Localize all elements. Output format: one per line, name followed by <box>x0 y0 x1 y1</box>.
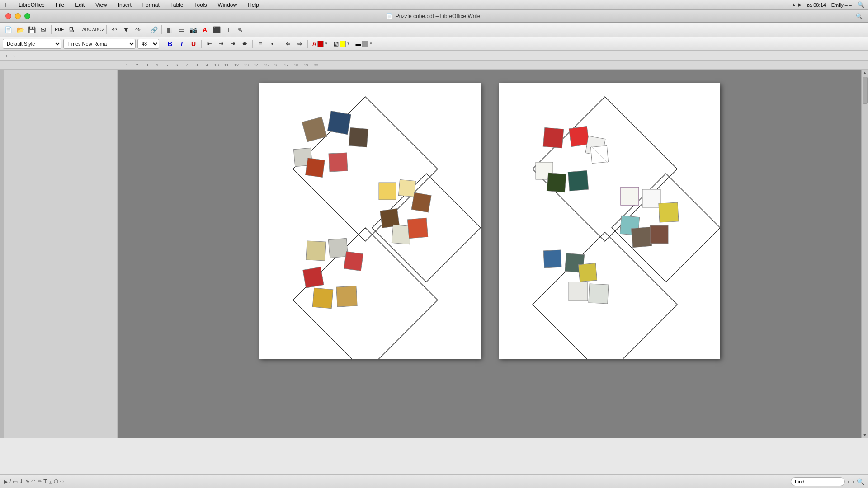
font-color-button[interactable]: A ▼ <box>311 39 330 49</box>
menu-file[interactable]: File <box>54 2 66 8</box>
status-bar: ▶ / ▭ ⇃ ∿ ◠ ✏ T ⍗ ⬡ ⇨ ‹ › 🔍 <box>0 474 868 488</box>
show-draw-button[interactable]: ✎ <box>235 24 245 35</box>
hyperlink-button[interactable]: 🔗 <box>148 24 159 35</box>
paragraph-style-select[interactable]: Default Style <box>3 39 61 49</box>
apple-menu[interactable]:  <box>4 1 9 9</box>
redo-button[interactable]: ↷ <box>132 24 143 35</box>
basic-shapes-tool[interactable]: ⬡ <box>54 479 58 484</box>
line-tool[interactable]: / <box>9 479 11 485</box>
ruler-mark: 9 <box>202 63 212 67</box>
highlight-color-button[interactable]: ▧ ▼ <box>332 39 352 49</box>
svg-rect-37 <box>650 225 668 244</box>
email-button[interactable]: ✉ <box>38 24 49 35</box>
indent-increase-button[interactable]: ⇨ <box>295 39 305 49</box>
window-title: Puzzle cube.odt – LibreOffice Writer <box>396 13 482 19</box>
table-button[interactable]: ▦ <box>164 24 175 35</box>
svg-rect-30 <box>547 173 566 192</box>
align-left-button[interactable]: ⇤ <box>204 39 214 49</box>
undo-button[interactable]: ↶ <box>109 24 120 35</box>
menu-table[interactable]: Table <box>169 2 185 8</box>
nav-forward-button[interactable]: › <box>11 52 17 59</box>
print-preview-button[interactable]: 🖶 <box>66 24 76 35</box>
undo-arrow-button[interactable]: ▼ <box>121 24 132 35</box>
insert-frame-button[interactable]: ▭ <box>176 24 187 35</box>
scrollbar-up-arrow[interactable]: ▲ <box>863 70 867 75</box>
find-prev-button[interactable]: ‹ <box>848 479 849 485</box>
vertical-scrollbar[interactable]: ▲ ▼ <box>861 70 868 438</box>
callout-tool[interactable]: ⍗ <box>49 479 52 484</box>
font-name-select[interactable]: Times New Roma <box>63 39 136 49</box>
select-tool[interactable]: ▶ <box>4 479 8 485</box>
insert-pic-button[interactable]: 📷 <box>188 24 198 35</box>
underline-button[interactable]: U <box>189 39 198 49</box>
scrollbar-down-arrow[interactable]: ▼ <box>863 433 867 437</box>
maximize-button[interactable] <box>24 13 30 19</box>
search-icon[interactable]: 🔍 <box>857 1 864 8</box>
main-toolbar: 📄 📂 💾 ✉ PDF 🖶 ABC ABC✓ ↶ ▼ ↷ 🔗 ▦ ▭ 📷 A ⬛… <box>0 23 868 37</box>
svg-rect-4 <box>327 111 351 135</box>
menu-edit[interactable]: Edit <box>73 2 86 8</box>
text-color-button[interactable]: A <box>199 24 210 35</box>
spell-check-button[interactable]: ABC <box>81 24 92 35</box>
shape-tool[interactable]: ▭ <box>13 479 18 485</box>
save-button[interactable]: 💾 <box>26 24 37 35</box>
pages-container[interactable] <box>118 70 861 438</box>
close-button[interactable] <box>5 13 11 19</box>
system-icons: ▲ ▶ <box>792 2 802 8</box>
align-right-button[interactable]: ⇥ <box>228 39 238 49</box>
ruler-mark: 15 <box>261 63 271 67</box>
curve-tool[interactable]: ∿ <box>25 479 29 484</box>
ruler-mark: 18 <box>291 63 301 67</box>
nav-back-button[interactable]: ‹ <box>4 52 9 59</box>
italic-button[interactable]: I <box>177 39 187 49</box>
svg-rect-38 <box>543 250 561 268</box>
scrollbar-thumb[interactable] <box>863 77 868 104</box>
svg-rect-18 <box>302 267 323 288</box>
menu-help[interactable]: Help <box>246 2 261 8</box>
page2-canvas <box>499 83 720 359</box>
justify-button[interactable]: ⇼ <box>240 39 250 49</box>
find-next-button[interactable]: › <box>852 479 854 485</box>
bullets-button[interactable]: • <box>267 39 277 49</box>
arc-tool[interactable]: ⇃ <box>19 479 24 484</box>
bezier-tool[interactable]: ◠ <box>31 479 36 484</box>
new-doc-button[interactable]: 📄 <box>3 24 14 35</box>
font-size-select[interactable]: 48 <box>137 39 159 49</box>
svg-rect-36 <box>631 227 652 248</box>
svg-rect-42 <box>588 284 608 304</box>
menu-format[interactable]: Format <box>141 2 161 8</box>
open-button[interactable]: 📂 <box>14 24 25 35</box>
svg-rect-20 <box>336 286 357 307</box>
align-center-button[interactable]: ⇥ <box>216 39 226 49</box>
svg-rect-11 <box>411 192 431 212</box>
menu-insert[interactable]: Insert <box>116 2 133 8</box>
page1-canvas <box>259 83 481 359</box>
find-input[interactable] <box>791 477 845 486</box>
freehand-tool[interactable]: ✏ <box>38 479 42 484</box>
svg-rect-9 <box>379 183 396 200</box>
bold-button[interactable]: B <box>165 39 175 49</box>
draw-tools: ▶ / ▭ ⇃ ∿ ◠ ✏ T ⍗ ⬡ ⇨ <box>4 479 64 485</box>
menu-view[interactable]: View <box>94 2 109 8</box>
text-tool[interactable]: T <box>43 479 47 485</box>
indent-decrease-button[interactable]: ⇦ <box>283 39 293 49</box>
main-content-area: ▲ ▼ <box>0 70 868 438</box>
auto-spell-button[interactable]: ABC✓ <box>93 24 104 35</box>
find-options-button[interactable]: 🔍 <box>857 478 864 485</box>
ruler-mark: 20 <box>311 63 321 67</box>
text-box-button[interactable]: T <box>223 24 234 35</box>
menu-libreoffice[interactable]: LibreOffice <box>17 2 47 8</box>
block-arrows-tool[interactable]: ⇨ <box>60 479 64 484</box>
menu-window[interactable]: Window <box>216 2 239 8</box>
toolbar-separator <box>201 40 202 48</box>
time-display: za 08:14 <box>807 2 826 8</box>
ruler-mark: 3 <box>142 63 152 67</box>
toolbar-separator <box>161 25 162 34</box>
char-shading-button[interactable]: ▬ ▼ <box>354 39 375 49</box>
search-button[interactable]: 🔍 <box>856 13 863 19</box>
pdf-button[interactable]: PDF <box>54 24 65 35</box>
minimize-button[interactable] <box>15 13 21 19</box>
menu-tools[interactable]: Tools <box>192 2 208 8</box>
shape-button[interactable]: ⬛ <box>211 24 222 35</box>
numbering-button[interactable]: ≡ <box>255 39 265 49</box>
